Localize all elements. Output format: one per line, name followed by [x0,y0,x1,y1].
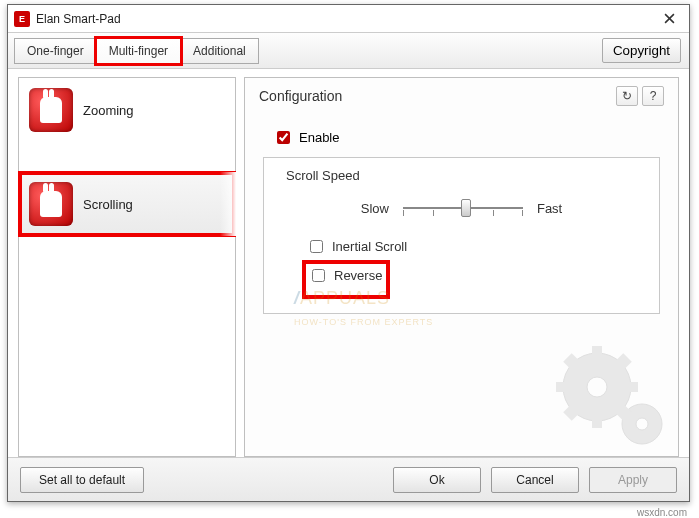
inertial-checkbox[interactable] [310,240,323,253]
app-icon: E [14,11,30,27]
svg-rect-4 [592,346,602,360]
svg-point-3 [636,418,648,430]
speed-slider[interactable] [403,197,523,219]
inertial-label: Inertial Scroll [332,239,407,254]
footer: Set all to default Ok Cancel Apply [8,457,689,501]
sidebar-item-scrolling[interactable]: Scrolling [19,172,235,236]
svg-rect-5 [592,414,602,428]
main-area: Zooming Scrolling Configuration ↻ ? [18,77,679,457]
close-icon [664,13,675,24]
config-title: Configuration [259,88,342,104]
help-icon: ? [650,89,657,103]
window-title: Elan Smart-Pad [36,12,121,26]
refresh-button[interactable]: ↻ [616,86,638,106]
close-button[interactable] [649,5,689,32]
group-title: Scroll Speed [282,168,653,183]
fast-label: Fast [537,201,562,216]
copyright-button[interactable]: Copyright [602,38,681,63]
tab-one-finger[interactable]: One-finger [14,38,97,64]
help-button[interactable]: ? [642,86,664,106]
default-button[interactable]: Set all to default [20,467,144,493]
reverse-row[interactable]: Reverse [308,266,382,285]
svg-rect-10 [563,405,579,421]
svg-rect-8 [563,353,579,369]
zooming-thumb-icon [29,88,73,132]
svg-rect-11 [616,405,632,421]
slider-thumb[interactable] [461,199,471,217]
titlebar: E Elan Smart-Pad [8,5,689,33]
sidebar-item-zooming[interactable]: Zooming [19,78,235,142]
reverse-label: Reverse [334,268,382,283]
source-credit: wsxdn.com [637,507,687,518]
svg-rect-6 [556,382,570,392]
sidebar-item-label: Zooming [83,103,134,118]
apply-button[interactable]: Apply [589,467,677,493]
cancel-button[interactable]: Cancel [491,467,579,493]
svg-point-0 [563,353,631,421]
gears-decoration-icon [542,342,672,452]
refresh-icon: ↻ [622,89,632,103]
scrolling-thumb-icon [29,182,73,226]
sidebar-item-label: Scrolling [83,197,133,212]
tab-additional[interactable]: Additional [180,38,259,64]
inertial-row[interactable]: Inertial Scroll [306,237,647,256]
tab-strip: One-finger Multi-finger Additional Copyr… [8,33,689,69]
svg-point-2 [622,404,662,444]
config-panel: Configuration ↻ ? Enable Scroll Speed S [244,77,679,457]
ok-button[interactable]: Ok [393,467,481,493]
window: E Elan Smart-Pad One-finger Multi-finger… [7,4,690,502]
side-panel: Zooming Scrolling [18,77,236,457]
reverse-highlight: Reverse [306,264,386,295]
scroll-speed-group: Scroll Speed Slow Fast [263,157,660,314]
enable-row[interactable]: Enable [273,128,664,147]
svg-rect-7 [624,382,638,392]
reverse-checkbox[interactable] [312,269,325,282]
slow-label: Slow [361,201,389,216]
tab-multi-finger[interactable]: Multi-finger [96,38,181,64]
enable-checkbox[interactable] [277,131,290,144]
enable-label: Enable [299,130,339,145]
svg-rect-9 [616,353,632,369]
svg-point-1 [587,377,607,397]
